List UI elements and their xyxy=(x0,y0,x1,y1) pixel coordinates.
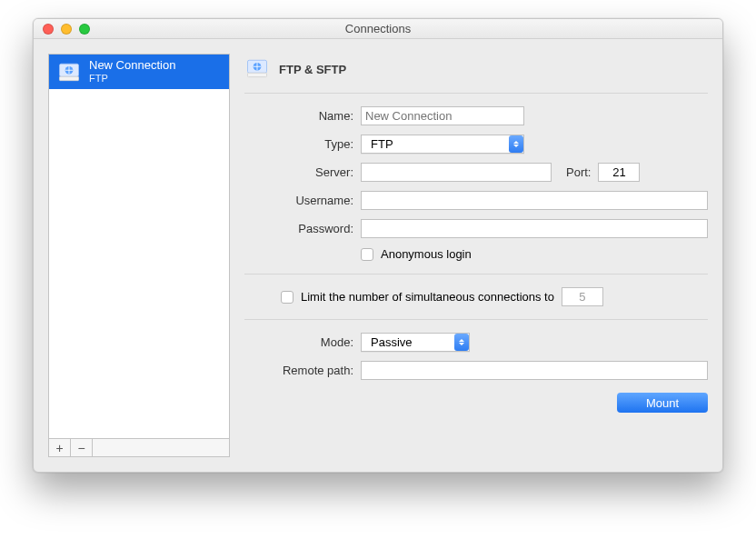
connection-form: FTP & SFTP Name: Type: FTP Server: xyxy=(244,54,708,457)
port-field[interactable] xyxy=(598,163,640,182)
mode-label: Mode: xyxy=(244,335,353,349)
add-connection-button[interactable]: + xyxy=(49,439,71,456)
mode-select[interactable]: Passive xyxy=(361,333,470,352)
panel-header: FTP & SFTP xyxy=(244,54,708,94)
close-window-button[interactable] xyxy=(43,24,54,35)
password-field[interactable] xyxy=(361,219,708,238)
separator xyxy=(244,319,708,320)
connection-item-subtitle: FTP xyxy=(89,73,175,85)
port-label: Port: xyxy=(566,165,591,179)
svg-rect-4 xyxy=(248,73,267,76)
sidebar-footer: + − xyxy=(49,438,229,456)
remote-path-field[interactable] xyxy=(361,361,708,380)
connections-list: New Connection FTP xyxy=(49,55,229,438)
type-select-value: FTP xyxy=(365,137,393,151)
minimize-window-button[interactable] xyxy=(61,24,72,35)
anonymous-label: Anonymous login xyxy=(381,247,472,261)
ftp-panel-icon xyxy=(244,55,270,84)
traffic-lights xyxy=(34,24,90,35)
connections-window: Connections New Connection F xyxy=(33,18,723,473)
remove-connection-button[interactable]: − xyxy=(71,439,93,456)
type-label: Type: xyxy=(244,137,353,151)
separator xyxy=(244,274,708,274)
mount-button[interactable]: Mount xyxy=(617,393,708,413)
server-field[interactable] xyxy=(361,163,552,182)
window-title: Connections xyxy=(34,22,722,35)
chevron-updown-icon xyxy=(509,135,523,153)
connection-item-text: New Connection FTP xyxy=(89,59,175,85)
limit-label: Limit the number of simultaneous connect… xyxy=(301,290,554,304)
username-label: Username: xyxy=(244,194,353,207)
drive-network-icon xyxy=(56,59,82,85)
connection-item-title: New Connection xyxy=(89,59,175,73)
zoom-window-button[interactable] xyxy=(79,24,90,35)
titlebar: Connections xyxy=(34,19,722,39)
password-label: Password: xyxy=(244,222,353,235)
name-field[interactable] xyxy=(361,106,524,125)
name-label: Name: xyxy=(244,109,353,123)
chevron-updown-icon xyxy=(454,334,469,351)
remote-path-label: Remote path: xyxy=(244,364,353,377)
limit-checkbox[interactable] xyxy=(281,291,293,304)
mode-select-value: Passive xyxy=(365,335,413,349)
connection-item[interactable]: New Connection FTP xyxy=(49,55,229,89)
svg-rect-1 xyxy=(60,76,79,80)
connections-sidebar: New Connection FTP + − xyxy=(48,54,230,457)
type-select[interactable]: FTP xyxy=(361,135,524,154)
window-body: New Connection FTP + − xyxy=(34,39,722,472)
limit-value-field[interactable] xyxy=(562,287,603,306)
username-field[interactable] xyxy=(361,191,708,210)
panel-title: FTP & SFTP xyxy=(279,63,346,76)
anonymous-checkbox[interactable] xyxy=(361,248,373,261)
server-label: Server: xyxy=(244,165,353,179)
